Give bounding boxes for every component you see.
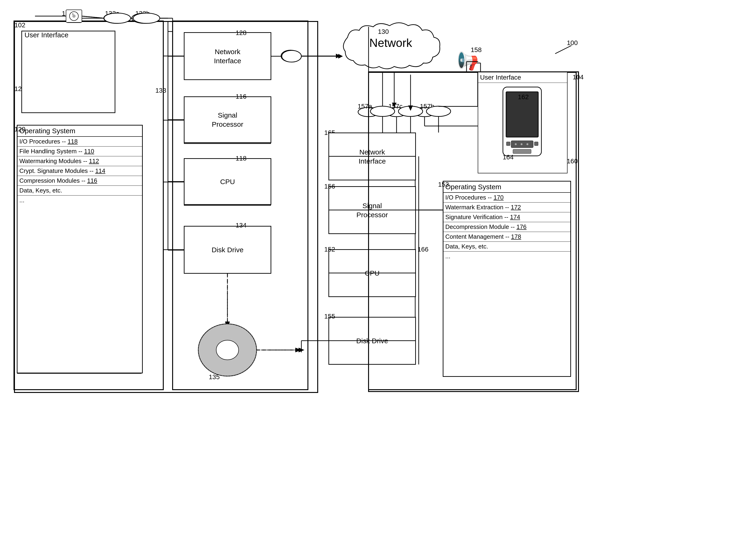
svg-marker-110	[338, 54, 343, 59]
cpu-box-2: CPU	[328, 249, 416, 297]
svg-line-3	[555, 45, 572, 54]
ref-158-label: 158	[471, 46, 482, 54]
svg-point-14	[281, 50, 300, 62]
network-cloud-label: Network	[348, 36, 434, 50]
os-box-1: Operating System I/O Procedures -- 118 F…	[17, 125, 143, 373]
os2-row-1: Watermark Extraction -- 172	[444, 202, 570, 212]
ref-157a-label: 157a	[357, 103, 372, 110]
ref-133-label: 133	[155, 87, 166, 94]
ref-130-label: 130	[378, 28, 389, 36]
ref-136-label: 136	[62, 10, 73, 17]
ref-100-label: 100	[567, 39, 578, 47]
os2-row-2: Signature Verification -- 174	[444, 212, 570, 222]
signal-processor-box-2: SignalProcessor	[328, 186, 416, 234]
svg-rect-62	[41, 48, 82, 78]
svg-point-77	[515, 143, 517, 145]
network-interface-box-1: NetworkInterface	[184, 32, 271, 80]
dd1-title: Disk Drive	[184, 226, 271, 273]
svg-point-107	[282, 51, 301, 62]
os1-row-1: File Handling System -- 110	[18, 146, 142, 156]
diagram: 100 102 104 136 132a 132b User Interface	[0, 0, 756, 560]
ref-102-label: 102	[15, 21, 25, 29]
ref-104-label: 104	[573, 74, 584, 81]
svg-marker-117	[295, 348, 301, 352]
os1-row-5: Data, Keys, etc.	[18, 186, 142, 196]
ref-157c-label: 157c	[388, 103, 403, 110]
ref-128-label: 128	[236, 29, 247, 37]
os1-title: Operating System	[18, 125, 142, 137]
ref-157b-label: 157b	[420, 103, 434, 110]
ref-162-label: 162	[518, 93, 529, 101]
ref-124-label: 124	[71, 39, 82, 46]
cpu-box-1: CPU	[184, 158, 271, 205]
cpu2-title: CPU	[329, 250, 415, 296]
os1-row-3: Crypt. Signature Modules -- 114	[18, 166, 142, 176]
os2-row-5: Data, Keys, etc.	[444, 242, 570, 252]
ref-152-label: 152	[324, 246, 335, 253]
dd2-title: Disk Drive	[329, 318, 415, 364]
svg-point-115	[198, 324, 257, 376]
svg-rect-75	[506, 142, 510, 146]
svg-point-113	[198, 324, 257, 376]
ni2-title: NetworkInterface	[329, 133, 415, 180]
os1-row-2: Watermarking Modules -- 112	[18, 156, 142, 166]
os2-row-4: Content Management -- 178	[444, 232, 570, 242]
ref-160-label: 160	[567, 158, 578, 165]
os2-row-0: I/O Procedures -- 170	[444, 193, 570, 202]
svg-rect-76	[534, 142, 538, 146]
os-box-2: Operating System I/O Procedures -- 170 W…	[443, 181, 571, 377]
svg-point-78	[520, 143, 523, 145]
os2-row-6: ...	[444, 252, 570, 261]
cpu1-title: CPU	[184, 159, 271, 204]
svg-marker-16	[336, 54, 341, 58]
svg-line-60	[82, 16, 104, 18]
svg-marker-25	[225, 322, 230, 328]
ref-120-label: 120	[15, 125, 25, 133]
ui1-label-top: User Interface	[24, 31, 68, 39]
ref-135-label: 135	[209, 373, 220, 381]
svg-rect-65	[31, 89, 82, 97]
ref-153-label: 153	[438, 181, 449, 188]
disk-drive-box-2: Disk Drive	[328, 317, 416, 365]
os1-row-6: ...	[18, 196, 142, 205]
svg-marker-112	[225, 322, 230, 328]
svg-line-125	[82, 16, 104, 18]
ui2-title: User Interface	[478, 72, 567, 83]
sp1-title: SignalProcessor	[184, 97, 271, 142]
ref-132b-label: 132b	[135, 10, 150, 17]
ref-122-label: 122	[15, 85, 25, 93]
os1-row-4: Compression Modules -- 116	[18, 176, 142, 186]
ref-155-label: 155	[324, 313, 335, 320]
ni1-title: NetworkInterface	[184, 33, 271, 79]
svg-rect-67	[33, 94, 79, 96]
svg-marker-86	[408, 105, 413, 111]
user-interface-box-2: User Interface	[478, 72, 568, 173]
os1-row-0: I/O Procedures -- 118	[18, 137, 142, 146]
ref-116-label: 116	[236, 93, 247, 100]
os2-row-3: Decompression Module -- 176	[444, 222, 570, 232]
svg-rect-66	[33, 91, 79, 93]
speaker-icon: 📢	[457, 51, 479, 72]
ref-134-label: 134	[236, 222, 247, 229]
user-interface-box-1: User Interface	[21, 31, 115, 111]
monitor-svg	[31, 44, 105, 98]
svg-point-114	[216, 340, 239, 360]
svg-point-79	[527, 143, 528, 145]
svg-point-26	[200, 324, 256, 376]
sp2-title: SignalProcessor	[329, 187, 415, 233]
ref-166-label: 166	[417, 246, 429, 253]
signal-processor-box-1: SignalProcessor	[184, 96, 271, 143]
ref-118-label: 118	[236, 155, 247, 162]
svg-marker-29	[299, 348, 304, 352]
network-interface-box-2: NetworkInterface	[328, 133, 416, 180]
os2-title: Operating System	[444, 182, 570, 193]
ref-156-label: 156	[324, 183, 335, 190]
ref-126-label: 126	[57, 82, 68, 89]
ref-164-label: 164	[503, 154, 514, 161]
svg-point-27	[217, 341, 238, 359]
svg-point-130	[72, 15, 76, 18]
ref-132a-label: 132a	[105, 10, 119, 17]
disk-drive-box-1: Disk Drive	[184, 226, 271, 274]
svg-rect-74	[513, 149, 531, 154]
